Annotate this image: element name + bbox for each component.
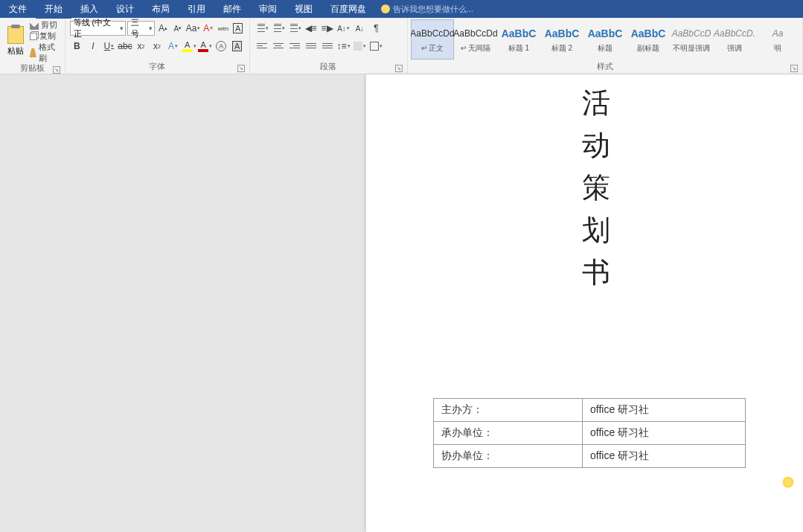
style-name: 标题 1 <box>508 43 529 54</box>
style-item-3[interactable]: AaBbC标题 2 <box>540 19 583 60</box>
group-paragraph: ▾ ▾ ▾ ◀≡ ≡▶ A↕▾ A↓ ¶ ↕≡▾ ▾ ▾ 段落↘ <box>250 18 408 74</box>
copy-button[interactable]: 复制 <box>30 31 62 42</box>
circled-char-button[interactable]: A <box>214 39 228 54</box>
style-name: 强调 <box>727 43 742 54</box>
tab-file[interactable]: 文件 <box>0 0 36 18</box>
show-marks-button[interactable]: ¶ <box>369 21 384 36</box>
strike-button[interactable]: abc <box>118 39 132 54</box>
change-case-button[interactable]: Aa▾ <box>186 21 201 36</box>
title-char[interactable]: 策 <box>582 167 788 209</box>
shading-button[interactable]: ▾ <box>353 39 368 54</box>
title-char[interactable]: 动 <box>582 124 788 167</box>
table-cell-value[interactable]: office 研习社 <box>583 422 746 445</box>
paste-label: 粘贴 <box>7 45 24 57</box>
document-title[interactable]: 活动策划书 <box>582 82 788 294</box>
clear-format-button[interactable]: A✕ <box>202 21 215 36</box>
menu-bar: 文件 开始 插入 设计 布局 引用 邮件 审阅 视图 百度网盘 告诉我您想要做什… <box>0 0 803 18</box>
tab-references[interactable]: 引用 <box>179 0 214 18</box>
font-name-combo[interactable]: 等线 (中文正 <box>70 21 126 36</box>
font-size-combo[interactable]: 三号 <box>127 21 156 36</box>
tab-mailings[interactable]: 邮件 <box>214 0 250 18</box>
left-gutter <box>0 74 366 532</box>
tab-baidu[interactable]: 百度网盘 <box>321 0 375 18</box>
tab-insert[interactable]: 插入 <box>71 0 107 18</box>
style-item-5[interactable]: AaBbC副标题 <box>627 19 670 60</box>
workspace: 活动策划书 主办方：office 研习社承办单位：office 研习社协办单位：… <box>0 74 803 532</box>
align-right-icon <box>289 42 300 51</box>
text-direction-button[interactable]: A↕▾ <box>336 21 351 36</box>
title-char[interactable]: 书 <box>582 251 788 294</box>
style-item-6[interactable]: AaBbCcD不明显强调 <box>670 19 713 60</box>
bold-button[interactable]: B <box>70 39 85 54</box>
table-move-handle[interactable] <box>782 476 794 488</box>
align-left-icon <box>257 42 267 51</box>
decrease-indent-button[interactable]: ◀≡ <box>304 21 319 36</box>
char-border-button[interactable]: A <box>231 21 245 36</box>
document-page[interactable]: 活动策划书 主办方：office 研习社承办单位：office 研习社协办单位：… <box>366 74 803 532</box>
char-shading-button[interactable]: A <box>230 39 245 54</box>
subscript-button[interactable]: x2 <box>134 39 149 54</box>
distribute-button[interactable] <box>320 39 335 54</box>
cut-button[interactable]: 剪切 <box>30 19 62 31</box>
ribbon: 粘贴 剪切 复制 格式刷 剪贴板↘ 等线 (中文正 三号 A▴ A▾ Aa▾ A… <box>0 18 803 74</box>
table-cell-label[interactable]: 协办单位： <box>434 445 583 468</box>
style-item-2[interactable]: AaBbC标题 1 <box>497 19 540 60</box>
numbering-button[interactable]: ▾ <box>271 21 286 36</box>
document-table[interactable]: 主办方：office 研习社承办单位：office 研习社协办单位：office… <box>433 398 746 468</box>
brush-icon <box>30 48 36 57</box>
cut-icon <box>30 21 39 30</box>
styles-gallery[interactable]: AaBbCcDd↵ 正文AaBbCcDd↵ 无间隔AaBbC标题 1AaBbC标… <box>411 19 799 60</box>
paste-button[interactable]: 粘贴 <box>3 19 28 61</box>
line-spacing-button[interactable]: ↕≡▾ <box>336 39 351 54</box>
style-item-7[interactable]: AaBbCcD.强调 <box>713 19 756 60</box>
pinyin-button[interactable]: wén <box>217 21 230 36</box>
clipboard-group-label: 剪贴板↘ <box>3 61 62 75</box>
tell-me[interactable]: 告诉我您想要做什么... <box>375 0 479 18</box>
style-name: ↵ 无间隔 <box>461 43 491 54</box>
clipboard-dialog-launcher[interactable]: ↘ <box>53 66 60 74</box>
style-item-8[interactable]: Aa明 <box>756 19 799 60</box>
text-effects-button[interactable]: A▾ <box>166 39 181 54</box>
table-row[interactable]: 主办方：office 研习社 <box>434 399 746 422</box>
superscript-button[interactable]: x2 <box>150 39 164 54</box>
highlight-button[interactable]: A▾ <box>182 39 196 54</box>
tell-me-text: 告诉我您想要做什么... <box>393 4 473 15</box>
grow-font-button[interactable]: A▴ <box>156 21 170 36</box>
group-styles: AaBbCcDd↵ 正文AaBbCcDd↵ 无间隔AaBbC标题 1AaBbC标… <box>408 18 803 74</box>
table-row[interactable]: 承办单位：office 研习社 <box>434 422 746 445</box>
italic-button[interactable]: I <box>86 39 100 54</box>
borders-button[interactable]: ▾ <box>369 39 384 54</box>
styles-dialog-launcher[interactable]: ↘ <box>790 65 798 72</box>
copy-icon <box>30 33 37 40</box>
table-cell-label[interactable]: 承办单位： <box>434 422 583 445</box>
title-char[interactable]: 划 <box>582 209 788 251</box>
sort-button[interactable]: A↓ <box>353 21 368 36</box>
table-cell-value[interactable]: office 研习社 <box>583 399 746 422</box>
font-dialog-launcher[interactable]: ↘ <box>237 65 245 72</box>
multilevel-button[interactable]: ▾ <box>287 21 302 36</box>
title-char[interactable]: 活 <box>582 82 788 124</box>
tab-review[interactable]: 审阅 <box>250 0 286 18</box>
style-preview: AaBbC <box>631 25 666 42</box>
table-cell-value[interactable]: office 研习社 <box>583 445 746 468</box>
font-color-button[interactable]: A▾ <box>198 39 213 54</box>
style-item-4[interactable]: AaBbC标题 <box>583 19 627 60</box>
align-right-button[interactable] <box>287 39 302 54</box>
paragraph-dialog-launcher[interactable]: ↘ <box>395 65 403 72</box>
style-preview: AaBbCcD. <box>714 25 755 42</box>
underline-button[interactable]: U▾ <box>102 39 117 54</box>
style-item-1[interactable]: AaBbCcDd↵ 无间隔 <box>454 19 497 60</box>
align-center-button[interactable] <box>271 39 286 54</box>
table-cell-label[interactable]: 主办方： <box>434 399 583 422</box>
style-item-0[interactable]: AaBbCcDd↵ 正文 <box>411 19 454 60</box>
tab-design[interactable]: 设计 <box>107 0 143 18</box>
bullets-button[interactable]: ▾ <box>255 21 269 36</box>
justify-button[interactable] <box>304 39 319 54</box>
tab-layout[interactable]: 布局 <box>143 0 179 18</box>
tab-home[interactable]: 开始 <box>36 0 71 18</box>
shrink-font-button[interactable]: A▾ <box>171 21 185 36</box>
tab-view[interactable]: 视图 <box>286 0 321 18</box>
align-left-button[interactable] <box>255 39 269 54</box>
table-row[interactable]: 协办单位：office 研习社 <box>434 445 746 468</box>
increase-indent-button[interactable]: ≡▶ <box>320 21 335 36</box>
